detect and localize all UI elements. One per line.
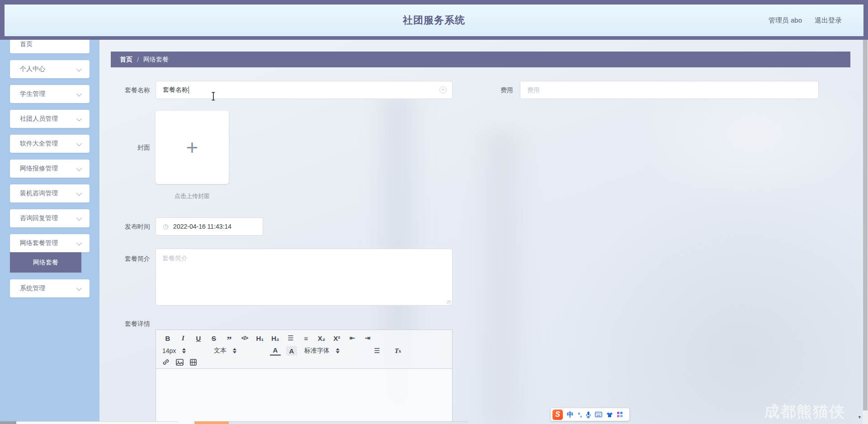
font-family-select[interactable]: 标准字体 bbox=[304, 347, 365, 355]
cover-upload-hint: 点击上传封面 bbox=[156, 192, 229, 200]
publish-time-field[interactable]: ◷ 2022-04-16 11:43:14 bbox=[156, 217, 263, 236]
sidebar-item-label: 网络报修管理 bbox=[20, 165, 58, 173]
scrollbar-thumb[interactable] bbox=[863, 40, 868, 410]
sidebar-item-label: 软件大全管理 bbox=[20, 140, 58, 148]
sidebar-item-network-package-mgmt[interactable]: 网络套餐管理 bbox=[10, 234, 90, 252]
ime-lang-icon[interactable]: 中 bbox=[567, 410, 574, 419]
underline-button[interactable]: U bbox=[193, 333, 204, 343]
sogou-logo-icon[interactable]: S bbox=[552, 410, 563, 420]
chevron-down-icon bbox=[76, 190, 82, 196]
bottom-strip-segment bbox=[0, 421, 16, 424]
chevron-down-icon bbox=[76, 66, 82, 71]
chevron-down-icon bbox=[76, 240, 82, 245]
font-size-select[interactable]: 14px bbox=[162, 347, 208, 354]
textarea-resize-handle[interactable] bbox=[447, 300, 451, 304]
breadcrumb-home-link[interactable]: 首页 bbox=[120, 56, 132, 64]
skin-icon[interactable] bbox=[606, 412, 613, 418]
watermark-text: 成都熊猫侠 bbox=[764, 401, 845, 422]
clock-icon: ◷ bbox=[163, 222, 169, 231]
ime-toolbar[interactable]: S 中 °, bbox=[551, 408, 629, 421]
video-icon[interactable] bbox=[190, 359, 197, 366]
editor-content-area[interactable] bbox=[156, 369, 452, 424]
bottom-strip-segment bbox=[16, 421, 178, 424]
editor-toolbar-row1: B I U S ” </> H₁ H₂ ☰ ≡ X₂ X² ⇤ ⇥ bbox=[162, 333, 447, 343]
sidebar-item-label: 首页 bbox=[20, 40, 33, 48]
bullet-list-button[interactable]: ≡ bbox=[301, 333, 311, 343]
app-title: 社团服务系统 bbox=[5, 14, 863, 27]
sidebar-item-install-consult-mgmt[interactable]: 装机咨询管理 bbox=[10, 184, 90, 203]
keyboard-icon[interactable] bbox=[595, 412, 602, 417]
format-value: 文本 bbox=[214, 347, 226, 355]
editor-toolbar: B I U S ” </> H₁ H₂ ☰ ≡ X₂ X² ⇤ ⇥ bbox=[156, 330, 452, 369]
sidebar-item-label: 系统管理 bbox=[20, 284, 45, 292]
font-size-value: 14px bbox=[162, 347, 176, 354]
clear-format-x: x bbox=[399, 348, 401, 353]
breadcrumb: 首页 / 网络套餐 bbox=[111, 52, 850, 67]
sidebar-item-label: 学生管理 bbox=[20, 90, 45, 98]
chevron-down-icon bbox=[76, 165, 82, 171]
format-select[interactable]: 文本 bbox=[214, 347, 264, 355]
sidebar: 首页 个人中心 学生管理 社团人员管理 软件大全管理 网络报修管理 装机咨询管理… bbox=[0, 40, 99, 424]
sidebar-item-software-mgmt[interactable]: 软件大全管理 bbox=[10, 135, 90, 153]
breadcrumb-separator: / bbox=[137, 56, 139, 63]
sidebar-item-label: 个人中心 bbox=[20, 65, 45, 73]
sidebar-subitem-network-package-active[interactable]: 网络套餐 bbox=[10, 252, 81, 273]
editor-toolbar-row3 bbox=[162, 358, 447, 366]
sidebar-item-label: 装机咨询管理 bbox=[20, 189, 58, 198]
scroll-down-arrow-icon[interactable]: ▼ bbox=[858, 415, 862, 419]
italic-button[interactable]: I bbox=[178, 333, 189, 343]
package-name-label: 套餐名称 bbox=[99, 81, 150, 99]
sidebar-item-label: 咨询回复管理 bbox=[20, 214, 58, 222]
header: 社团服务系统 管理员 abo 退出登录 bbox=[5, 5, 863, 36]
logout-button[interactable]: 退出登录 bbox=[815, 16, 842, 25]
sidebar-item-label: 社团人员管理 bbox=[20, 115, 58, 123]
outdent-button[interactable]: ⇤ bbox=[347, 333, 358, 343]
intro-textarea-wrap bbox=[156, 249, 453, 306]
sidebar-item-student-mgmt[interactable]: 学生管理 bbox=[10, 85, 90, 103]
superscript-button[interactable]: X² bbox=[331, 333, 342, 343]
plus-icon: + bbox=[186, 137, 198, 158]
select-arrows-icon bbox=[233, 348, 236, 353]
background-blur bbox=[470, 130, 533, 424]
sidebar-item-consult-reply-mgmt[interactable]: 咨询回复管理 bbox=[10, 209, 90, 227]
blockquote-button[interactable]: ” bbox=[224, 333, 235, 343]
publish-time-label: 发布时间 bbox=[99, 217, 150, 236]
align-button[interactable]: ☰ bbox=[372, 346, 382, 356]
fee-input[interactable] bbox=[527, 86, 811, 94]
image-icon[interactable] bbox=[176, 359, 184, 366]
cover-upload-box[interactable]: + bbox=[156, 111, 229, 184]
bottom-edge-strip bbox=[0, 421, 868, 424]
mic-icon[interactable] bbox=[586, 411, 591, 418]
intro-label: 套餐简介 bbox=[99, 249, 150, 269]
intro-textarea[interactable] bbox=[162, 250, 446, 304]
vertical-scrollbar[interactable] bbox=[863, 40, 868, 424]
heading1-button[interactable]: H₁ bbox=[255, 333, 265, 343]
clear-format-t: T bbox=[395, 347, 399, 355]
sidebar-item-network-repair-mgmt[interactable]: 网络报修管理 bbox=[10, 160, 90, 178]
highlight-color-button[interactable]: A bbox=[286, 346, 297, 356]
sidebar-item-home[interactable]: 首页 bbox=[10, 40, 90, 53]
publish-time-value: 2022-04-16 11:43:14 bbox=[173, 223, 231, 230]
link-icon[interactable] bbox=[162, 358, 170, 366]
sidebar-item-label: 网络套餐管理 bbox=[20, 239, 58, 247]
subscript-button[interactable]: X₂ bbox=[316, 333, 327, 343]
rich-text-editor: B I U S ” </> H₁ H₂ ☰ ≡ X₂ X² ⇤ ⇥ bbox=[156, 330, 453, 424]
code-button[interactable]: </> bbox=[239, 333, 250, 343]
bold-button[interactable]: B bbox=[162, 333, 173, 343]
clear-format-button[interactable]: Tx bbox=[392, 346, 403, 356]
select-arrows-icon bbox=[336, 348, 340, 353]
text-color-button[interactable]: A bbox=[270, 346, 281, 356]
sidebar-item-personal-center[interactable]: 个人中心 bbox=[10, 60, 90, 78]
sidebar-item-club-staff-mgmt[interactable]: 社团人员管理 bbox=[10, 110, 90, 128]
editor-toolbar-row2: 14px 文本 A A 标准字体 ☰ Tx bbox=[162, 346, 447, 356]
ime-punct-icon[interactable]: °, bbox=[578, 411, 582, 418]
ordered-list-button[interactable]: ☰ bbox=[285, 333, 296, 343]
sidebar-item-system-mgmt[interactable]: 系统管理 bbox=[10, 279, 90, 297]
strikethrough-button[interactable]: S bbox=[208, 333, 219, 343]
admin-user-label[interactable]: 管理员 abo bbox=[769, 16, 802, 25]
indent-button[interactable]: ⇥ bbox=[362, 333, 373, 343]
grid-icon[interactable] bbox=[617, 412, 623, 417]
clear-input-icon[interactable]: ✕ bbox=[439, 86, 447, 94]
heading2-button[interactable]: H₂ bbox=[270, 333, 281, 343]
breadcrumb-current: 网络套餐 bbox=[143, 56, 169, 64]
